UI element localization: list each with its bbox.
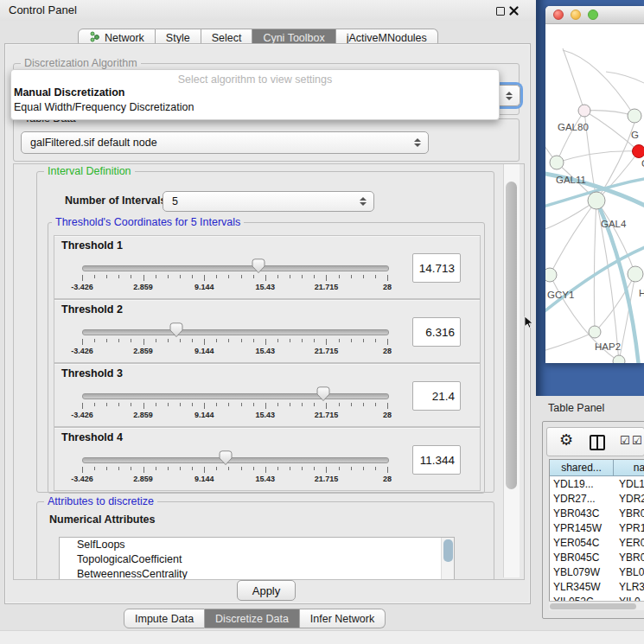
threshold-value-field[interactable]: 14.713 xyxy=(412,253,461,283)
threshold-value-field[interactable]: 11.344 xyxy=(412,445,461,475)
slider-track[interactable] xyxy=(82,329,389,335)
numerical-attributes-list[interactable]: SelfLoopsTopologicalCoefficientBetweenne… xyxy=(59,537,455,580)
minimize-traffic-light-icon[interactable] xyxy=(571,10,581,20)
tick-mark xyxy=(168,275,169,278)
tick-mark xyxy=(387,467,388,473)
columns-icon[interactable] xyxy=(590,435,605,450)
network-window-titlebar[interactable] xyxy=(545,6,644,24)
tick-mark xyxy=(131,275,131,278)
vertical-scrollbar[interactable] xyxy=(503,164,520,577)
table-row[interactable]: YER054CYER0 xyxy=(550,535,644,550)
tick-mark xyxy=(180,275,181,278)
table-row[interactable]: YLR345WYLR3 xyxy=(550,579,644,594)
tick-mark xyxy=(143,467,144,473)
cell-shared-name: YDL19... xyxy=(550,478,614,490)
network-node-g[interactable] xyxy=(628,109,641,123)
tick-mark xyxy=(94,467,95,470)
close-icon[interactable] xyxy=(509,6,519,16)
threshold-panel-3: Threshold 3-3.4262.8599.14415.4321.71528… xyxy=(54,363,481,427)
slider-thumb[interactable] xyxy=(219,450,233,466)
network-node-gal80[interactable] xyxy=(578,105,590,117)
attribute-item-topologicalcoefficient[interactable]: TopologicalCoefficient xyxy=(60,552,454,567)
tick-mark xyxy=(106,339,107,342)
tab-impute-data[interactable]: Impute Data xyxy=(124,609,205,628)
network-canvas[interactable]: GAL80GCGAL11GAL4GCY1HHAP2 xyxy=(545,24,644,363)
tick-mark xyxy=(156,339,156,342)
checkbox-icon[interactable]: ☑ xyxy=(632,434,642,447)
float-window-icon[interactable] xyxy=(496,7,505,16)
hscrollbar-thumb[interactable] xyxy=(550,603,636,609)
tick-mark xyxy=(180,467,181,470)
table-row[interactable]: YPR145WYPR1 xyxy=(550,520,644,535)
tab-label: Cyni Toolbox xyxy=(263,32,324,44)
slider-thumb[interactable] xyxy=(252,258,265,274)
column-header-na[interactable]: na xyxy=(614,460,644,476)
attribute-item-betweennesscentrality[interactable]: BetweennessCentrality xyxy=(60,567,454,580)
threshold-value-field[interactable]: 21.4 xyxy=(412,381,461,411)
network-node-gal11[interactable] xyxy=(550,156,564,169)
zoom-traffic-light-icon[interactable] xyxy=(588,10,598,20)
slider-thumb[interactable] xyxy=(169,322,183,338)
network-node-c[interactable] xyxy=(633,145,644,158)
column-header-shared[interactable]: shared... xyxy=(550,460,614,476)
network-node[interactable] xyxy=(613,355,625,363)
threshold-panel-2: Threshold 2-3.4262.8599.14415.4321.71528… xyxy=(54,299,481,363)
table-row[interactable]: YBR045CYBR0 xyxy=(550,550,644,564)
tick-mark xyxy=(326,339,327,345)
tick-mark xyxy=(131,467,131,470)
table-row[interactable]: YBR043CYBR0 xyxy=(550,506,644,520)
tick-mark xyxy=(168,403,169,406)
tick-label: 21.715 xyxy=(315,475,339,483)
slider-track[interactable] xyxy=(82,265,389,271)
network-node-gal4[interactable] xyxy=(588,192,605,209)
algorithm-option-equal-width[interactable]: Equal Width/Frequency Discretization xyxy=(14,101,489,113)
node-label: GAL4 xyxy=(601,219,627,229)
tab-discretize-data[interactable]: Discretize Data xyxy=(205,609,300,628)
table-row[interactable]: YBL079WYBL0 xyxy=(550,564,644,579)
tick-mark xyxy=(265,275,266,281)
algorithm-option-manual[interactable]: Manual Discretization xyxy=(14,86,489,99)
tab-infer-network[interactable]: Infer Network xyxy=(300,609,386,628)
tick-mark xyxy=(265,403,266,409)
scrollbar-thumb[interactable] xyxy=(506,182,517,489)
gear-icon[interactable]: ⚙ xyxy=(559,430,573,449)
tick-mark xyxy=(277,275,278,278)
node-table[interactable]: shared...na YDL19...YDL1YDR27...YDR2YBR0… xyxy=(549,459,644,608)
list-scrollbar[interactable] xyxy=(441,538,454,580)
tick-mark xyxy=(326,467,327,473)
horizontal-scrollbar[interactable] xyxy=(549,601,644,610)
close-traffic-light-icon[interactable] xyxy=(553,10,564,20)
tick-label: -3.426 xyxy=(71,347,93,355)
tick-mark xyxy=(253,339,254,342)
slider-track[interactable] xyxy=(82,393,389,399)
network-node-hap2[interactable] xyxy=(589,326,601,338)
tick-mark xyxy=(351,339,352,342)
checkbox-icon[interactable]: ☑ xyxy=(620,434,630,447)
slider-track[interactable] xyxy=(82,457,389,463)
apply-button[interactable]: Apply xyxy=(237,580,296,601)
cell-name: YDR2 xyxy=(614,493,644,505)
network-window[interactable]: GAL80GCGAL11GAL4GCY1HHAP2 xyxy=(545,6,644,363)
table-data-combo[interactable]: galFiltered.sif default node xyxy=(21,131,429,154)
table-row[interactable]: YDR27...YDR2 xyxy=(550,491,644,506)
cell-shared-name: YBL079W xyxy=(550,566,614,578)
interval-definition-group: Interval Definition Number of Intervals … xyxy=(36,171,494,493)
slider-thumb[interactable] xyxy=(316,386,330,402)
tick-mark xyxy=(228,275,229,278)
attribute-item-selfloops[interactable]: SelfLoops xyxy=(60,538,454,552)
tick-mark xyxy=(168,339,169,342)
mouse-cursor xyxy=(524,316,534,332)
tick-mark xyxy=(302,339,303,342)
number-of-intervals-combo[interactable]: 5 xyxy=(163,191,374,212)
tick-mark xyxy=(302,403,303,406)
tick-mark xyxy=(290,275,290,278)
tick-mark xyxy=(241,467,242,470)
tick-label: 15.43 xyxy=(256,475,276,483)
network-node-gcy1[interactable] xyxy=(545,268,557,282)
network-node-h[interactable] xyxy=(628,266,643,282)
tab-label: Style xyxy=(166,32,190,44)
control-panel-titlebar: Control Panel xyxy=(0,0,536,21)
threshold-value-field[interactable]: 6.316 xyxy=(412,317,461,347)
table-row[interactable]: YDL19...YDL1 xyxy=(550,476,644,491)
cell-name: YBL0 xyxy=(614,566,644,578)
